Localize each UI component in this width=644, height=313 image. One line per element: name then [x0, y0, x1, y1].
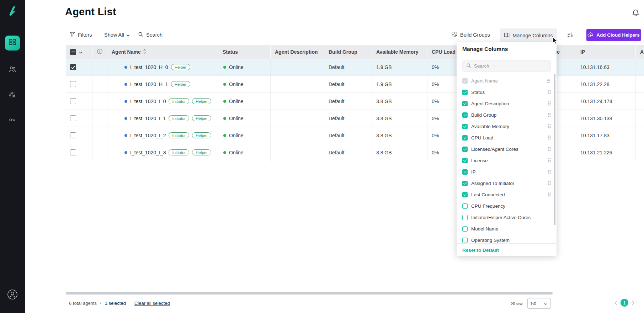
- column-toggle-license[interactable]: License: [457, 155, 557, 166]
- online-dot-icon: [223, 117, 226, 120]
- row-checkbox[interactable]: [70, 132, 76, 138]
- checkbox[interactable]: [462, 158, 468, 163]
- chevron-down-icon: [544, 301, 547, 306]
- search-icon: [138, 32, 143, 38]
- table-row[interactable]: I_test_1020_I_0 Initiator Helper Online …: [66, 93, 644, 110]
- sidebar-item-users[interactable]: [8, 65, 17, 74]
- column-toggle-agent-description[interactable]: Agent Description: [457, 98, 557, 109]
- helper-badge: Helper: [192, 115, 211, 121]
- column-toggle-available-memory[interactable]: Available Memory: [457, 121, 557, 132]
- drag-handle-icon[interactable]: [548, 124, 551, 128]
- drag-handle-icon[interactable]: [548, 147, 551, 151]
- show-all-dropdown[interactable]: Show All: [104, 31, 130, 39]
- checkbox[interactable]: [462, 215, 468, 220]
- column-header-assigned-to-initiator: Assigned To Initiator: [636, 45, 644, 59]
- column-toggle-model-name[interactable]: Model Name: [457, 223, 557, 234]
- drag-handle-icon[interactable]: [548, 113, 551, 117]
- sort-arrows-icon[interactable]: [143, 49, 146, 55]
- sidebar-item-settings[interactable]: [8, 90, 16, 99]
- checkbox[interactable]: [462, 101, 468, 106]
- column-toggle-last-connected[interactable]: Last Connected: [457, 189, 557, 200]
- row-checkbox[interactable]: [70, 64, 76, 70]
- row-checkbox[interactable]: [70, 115, 76, 121]
- lock-icon: [546, 79, 551, 83]
- manage-columns-button[interactable]: Manage Columns: [500, 28, 557, 42]
- drag-handle-icon[interactable]: [548, 90, 551, 94]
- table-row[interactable]: I_test_1020_H_1 Helper Online Default 1.…: [66, 76, 644, 93]
- panel-search-input[interactable]: [474, 63, 547, 69]
- checkbox[interactable]: [462, 181, 468, 186]
- cloud-plus-icon: [587, 32, 594, 38]
- select-menu-chevron-icon[interactable]: [79, 49, 83, 55]
- agent-name: I_test_1020_I_1: [130, 116, 166, 121]
- table-row[interactable]: I_test_1020_I_3 Initiator Helper Online …: [66, 144, 644, 161]
- table-row[interactable]: I_test_1020_H_0 Helper Online Default 1.…: [66, 59, 644, 76]
- panel-scrollbar[interactable]: [554, 74, 555, 225]
- user-avatar-icon[interactable]: [7, 289, 18, 302]
- column-toggle-initiator-helper-active-cores[interactable]: Initiator/Helper Active Cores: [457, 212, 557, 223]
- column-toggle-agent-name[interactable]: Agent Name: [457, 75, 557, 86]
- agent-status-dot-icon: [124, 151, 127, 154]
- add-cloud-helpers-button[interactable]: Add Cloud Helpers: [586, 29, 641, 41]
- row-checkbox[interactable]: [70, 149, 76, 155]
- footer-summary: 6 total agents • 1 selected Clear all se…: [69, 301, 170, 306]
- notifications-bell-icon[interactable]: [632, 9, 640, 18]
- column-toggle-ip[interactable]: IP: [457, 166, 557, 177]
- column-header-agent-name[interactable]: Agent Name: [107, 45, 218, 59]
- checkbox[interactable]: [462, 192, 468, 197]
- column-toggle-build-group[interactable]: Build Group: [457, 109, 557, 121]
- build-groups-button[interactable]: Build Groups: [452, 31, 490, 39]
- prev-page-icon[interactable]: [614, 301, 617, 305]
- status-label: Online: [229, 99, 243, 104]
- page-size-select[interactable]: 50: [527, 298, 551, 309]
- drag-handle-icon[interactable]: [548, 170, 551, 174]
- clear-all-selected-link[interactable]: Clear all selected: [134, 301, 170, 306]
- row-checkbox[interactable]: [70, 98, 76, 104]
- sort-order-icon[interactable]: [567, 31, 574, 38]
- checkbox[interactable]: [462, 238, 468, 243]
- drag-handle-icon[interactable]: [548, 181, 551, 185]
- table-row[interactable]: I_test_1020_I_2 Initiator Helper Online …: [66, 127, 644, 144]
- column-label: Agent Name: [471, 78, 498, 84]
- checkbox-locked: [462, 78, 468, 84]
- column-label: Operating System: [471, 238, 510, 243]
- checkbox[interactable]: [462, 112, 468, 118]
- select-all-checkbox[interactable]: [70, 49, 76, 55]
- agent-name: I_test_1020_I_0: [130, 99, 166, 104]
- sidebar-item-licenses[interactable]: [8, 116, 16, 124]
- checkbox[interactable]: [462, 147, 468, 152]
- checkbox[interactable]: [462, 90, 468, 95]
- drag-handle-icon[interactable]: [548, 136, 551, 140]
- checkbox[interactable]: [462, 226, 468, 232]
- column-label: Assigned To Initiator: [471, 181, 514, 186]
- agent-name-header-label: Agent Name: [112, 49, 141, 55]
- reset-to-default-link[interactable]: Reset to Default: [462, 248, 499, 253]
- column-toggle-cpu-frequency[interactable]: CPU Frequency: [457, 200, 557, 212]
- search-icon: [466, 63, 471, 69]
- column-toggle-status[interactable]: Status: [457, 86, 557, 98]
- column-toggle-operating-system[interactable]: Operating System: [457, 234, 557, 243]
- filters-button[interactable]: Filters: [70, 31, 92, 39]
- search-control[interactable]: Search: [138, 31, 163, 39]
- panel-search-box[interactable]: [462, 60, 551, 72]
- column-list: Agent Name Status Agent Description Buil…: [457, 75, 557, 243]
- column-header-agent-description: Agent Description: [271, 45, 324, 59]
- current-page-button[interactable]: 1: [621, 299, 628, 307]
- table-row[interactable]: I_test_1020_I_1 Initiator Helper Online …: [66, 110, 644, 127]
- sidebar-item-agents[interactable]: [5, 36, 20, 51]
- drag-handle-icon[interactable]: [548, 192, 551, 197]
- drag-handle-icon[interactable]: [548, 158, 551, 163]
- checkbox[interactable]: [462, 169, 468, 175]
- next-page-icon[interactable]: [632, 301, 634, 305]
- checkbox[interactable]: [462, 124, 468, 129]
- horizontal-scrollbar[interactable]: [66, 292, 553, 295]
- column-toggle-assigned-to-initiator[interactable]: Assigned To Initiator: [457, 177, 557, 189]
- row-checkbox[interactable]: [70, 81, 76, 87]
- checkbox[interactable]: [462, 135, 468, 140]
- checkbox[interactable]: [462, 203, 468, 209]
- column-toggle-cpu-load[interactable]: CPU Load: [457, 132, 557, 143]
- show-label: Show:: [511, 301, 524, 306]
- agent-status-dot-icon: [124, 117, 127, 120]
- column-toggle-licensed-agent-cores[interactable]: Licensed/Agent Cores: [457, 143, 557, 155]
- drag-handle-icon[interactable]: [548, 101, 551, 106]
